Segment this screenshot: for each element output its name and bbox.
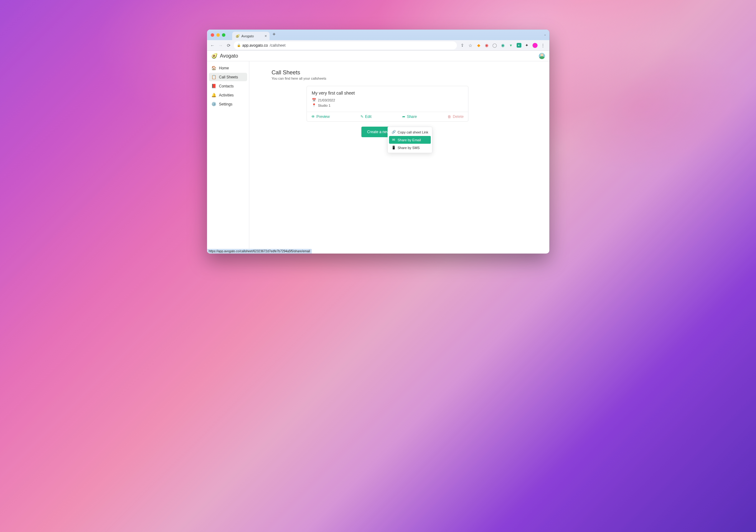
brand-logo-icon: 🥑: [211, 53, 218, 59]
extension-icon[interactable]: ◆: [476, 43, 481, 48]
home-icon: 🏠: [211, 66, 216, 70]
url-path: /callsheet: [270, 43, 286, 48]
browser-actions: ⇪ ☆ ◆ ◉ ◯ ◉ ▾ ✦ ✦ ⋮: [459, 43, 547, 48]
tab-favicon: 🥑: [235, 34, 240, 38]
delete-button[interactable]: 🗑 Delete: [447, 115, 464, 119]
extension-icon[interactable]: ▾: [509, 43, 514, 48]
sidebar-item-label: Contacts: [219, 84, 234, 88]
calendar-icon: 📅: [312, 98, 315, 102]
bookmark-icon[interactable]: ☆: [468, 43, 473, 48]
share-by-email[interactable]: ✉ Share by Email: [389, 136, 431, 144]
browser-tab-bar: 🥑 Avogato × + ⌄: [207, 30, 549, 40]
close-window-button[interactable]: [211, 33, 214, 37]
page-title: Call Sheets: [272, 69, 527, 76]
bell-icon: 🔔: [211, 93, 216, 97]
sidebar-item-contacts[interactable]: 📕 Contacts: [209, 82, 247, 90]
sidebar-item-callsheets[interactable]: 📋 Call Sheets: [209, 73, 247, 81]
forward-button[interactable]: →: [218, 43, 224, 48]
sidebar-item-label: Call Sheets: [219, 75, 238, 79]
page-subtitle: You can find here all your callsheets: [272, 76, 527, 80]
browser-status-bar: https://app.avogato.co/callsheet/6232367…: [207, 249, 312, 253]
pencil-icon: ✎: [361, 115, 364, 119]
extensions-menu-icon[interactable]: ✦: [525, 43, 529, 48]
browser-window: 🥑 Avogato × + ⌄ ← → ⟳ 🔒 app.avogato.co/c…: [207, 30, 549, 253]
sidebar-item-home[interactable]: 🏠 Home: [209, 64, 247, 72]
browser-menu-icon[interactable]: ⋮: [541, 43, 546, 48]
share-button[interactable]: ➦ Share: [402, 115, 417, 119]
phone-icon: 📱: [392, 146, 395, 150]
callsheet-date: 21/03/2022: [318, 98, 335, 102]
callsheets-icon: 📋: [211, 75, 216, 79]
url-host: app.avogato.co: [242, 43, 268, 48]
edit-button[interactable]: ✎ Edit: [361, 115, 372, 119]
share-dropdown: 🔗 Copy call sheet Link ✉ Share by Email …: [388, 127, 432, 153]
callsheet-card: My very first call sheet 📅 21/03/2022 📍 …: [307, 86, 469, 122]
reload-button[interactable]: ⟳: [226, 43, 232, 48]
back-button[interactable]: ←: [209, 43, 216, 48]
tabs-overflow-icon[interactable]: ⌄: [544, 33, 546, 36]
eye-icon: 👁: [311, 115, 315, 119]
new-tab-button[interactable]: +: [273, 31, 276, 39]
contacts-icon: 📕: [211, 84, 216, 88]
pin-icon: 📍: [312, 103, 315, 107]
extension-icon[interactable]: ✦: [517, 43, 521, 48]
share-page-icon[interactable]: ⇪: [460, 43, 465, 48]
preview-button[interactable]: 👁 Preview: [311, 115, 330, 119]
user-avatar[interactable]: [539, 53, 545, 59]
gear-icon: ⚙️: [211, 102, 216, 106]
sidebar-item-activities[interactable]: 🔔 Activities: [209, 91, 247, 99]
share-by-sms[interactable]: 📱 Share by SMS: [389, 144, 431, 151]
trash-icon: 🗑: [447, 115, 451, 119]
callsheet-location-row: 📍 Studio 1: [312, 103, 463, 107]
callsheet-actions: 👁 Preview ✎ Edit ➦ Share: [307, 112, 468, 121]
extension-icon[interactable]: ◉: [484, 43, 489, 48]
tab-title: Avogato: [242, 34, 254, 38]
sidebar-item-label: Activities: [219, 93, 234, 97]
window-controls: [210, 30, 227, 40]
link-icon: 🔗: [392, 130, 395, 134]
main-content: Call Sheets You can find here all your c…: [249, 61, 549, 253]
callsheet-location: Studio 1: [318, 104, 331, 107]
extension-icon[interactable]: ◉: [500, 43, 505, 48]
sidebar-item-label: Home: [219, 66, 229, 70]
share-icon: ➦: [402, 115, 405, 119]
browser-toolbar: ← → ⟳ 🔒 app.avogato.co/callsheet ⇪ ☆ ◆ ◉…: [207, 40, 549, 51]
share-copy-link[interactable]: 🔗 Copy call sheet Link: [389, 128, 431, 136]
profile-avatar-icon[interactable]: [532, 43, 537, 48]
app-header: 🥑 Avogato: [207, 51, 549, 61]
app-root: 🥑 Avogato 🏠 Home 📋 Call Sheets 📕 Contact…: [207, 51, 549, 253]
minimize-window-button[interactable]: [216, 33, 220, 37]
address-bar[interactable]: 🔒 app.avogato.co/callsheet: [234, 41, 457, 49]
browser-tab[interactable]: 🥑 Avogato ×: [232, 32, 270, 40]
extension-icon[interactable]: ◯: [492, 43, 498, 48]
callsheet-date-row: 📅 21/03/2022: [312, 98, 463, 102]
callsheet-title: My very first call sheet: [312, 91, 463, 95]
sidebar-item-settings[interactable]: ⚙️ Settings: [209, 100, 247, 108]
mail-icon: ✉: [392, 138, 395, 142]
app-body: 🏠 Home 📋 Call Sheets 📕 Contacts 🔔 Activi…: [207, 61, 549, 253]
lock-icon: 🔒: [237, 43, 241, 47]
sidebar-item-label: Settings: [219, 102, 232, 106]
brand-name: Avogato: [220, 53, 238, 59]
maximize-window-button[interactable]: [222, 33, 225, 37]
sidebar: 🏠 Home 📋 Call Sheets 📕 Contacts 🔔 Activi…: [207, 61, 249, 253]
brand[interactable]: 🥑 Avogato: [211, 53, 238, 59]
tab-close-icon[interactable]: ×: [264, 34, 267, 38]
